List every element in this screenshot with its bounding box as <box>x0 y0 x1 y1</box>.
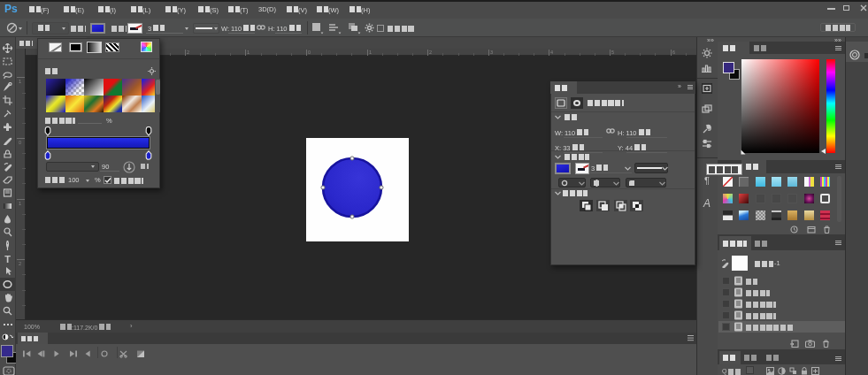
svg-text:A: A <box>703 198 711 209</box>
svg-text:T: T <box>4 254 11 264</box>
svg-text:¶: ¶ <box>704 175 710 186</box>
